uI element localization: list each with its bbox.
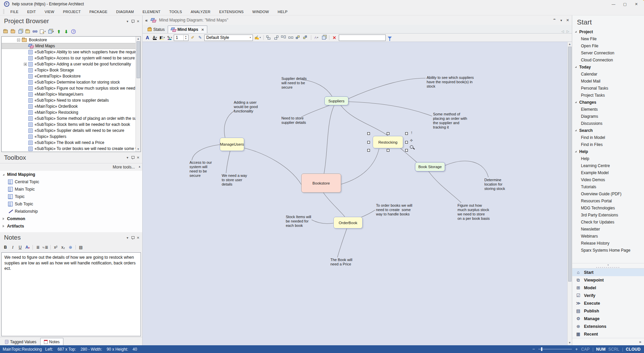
eyedropper-icon[interactable]: ✎: [197, 34, 203, 41]
move-down-button[interactable]: ⬇: [63, 28, 69, 35]
italic-button[interactable]: I: [9, 244, 16, 251]
close-pane-icon[interactable]: ✕: [137, 236, 140, 240]
menu-item-package[interactable]: PACKAGE: [85, 9, 112, 15]
zoom-element-icon[interactable]: [410, 145, 413, 149]
tree-row[interactable]: «Topic» Suppliers: [2, 134, 136, 140]
mindmap-node-bookstore[interactable]: Bookstore: [301, 173, 341, 193]
underline-button[interactable]: U: [17, 244, 23, 251]
tree-row[interactable]: «SubTopic» Access to our system will nee…: [2, 55, 136, 61]
mindmap-node-suppliers[interactable]: Suppliers: [324, 96, 348, 105]
mindmap-subtopic-adding-user[interactable]: Adding a user would be good functionalit…: [234, 100, 258, 113]
selection-handle[interactable]: [405, 149, 408, 152]
style-select[interactable]: Default Style▾: [204, 35, 253, 41]
format-painter-icon[interactable]: ✐: [190, 34, 196, 41]
pane-menu-icon[interactable]: ▾: [127, 19, 128, 23]
tree-row[interactable]: «SubTopic» Determine location for storin…: [2, 79, 136, 85]
menu-item-tools[interactable]: TOOLS: [165, 9, 186, 15]
canvas-scrollbar[interactable]: ▲ ▼: [567, 42, 572, 345]
minimize-button[interactable]: —: [608, 1, 619, 7]
fill-color-button[interactable]: ◧▾: [159, 34, 165, 41]
bring-to-front-button[interactable]: [295, 34, 302, 41]
start-item-resources-portal[interactable]: Resources Portal: [572, 197, 644, 204]
tab-nav-right-icon[interactable]: ▷: [567, 30, 569, 33]
align-left-button[interactable]: [266, 34, 272, 41]
selection-handle[interactable]: [387, 149, 389, 152]
ribbon-tab-start[interactable]: ⌂Start: [572, 268, 644, 276]
menu-item-window[interactable]: WINDOW: [248, 9, 273, 15]
align-top-button[interactable]: [280, 34, 287, 41]
new-note-button[interactable]: ▤: [77, 244, 84, 251]
mindmap-subtopic-book-price[interactable]: The Book will need a Price: [330, 258, 352, 266]
start-item-learning-centre[interactable]: Learning Centre: [572, 162, 644, 169]
start-item-cloud-connection[interactable]: Cloud Connection: [572, 56, 644, 63]
dock-tab-tagged-values[interactable]: Tagged Values: [1, 338, 40, 345]
tree-row[interactable]: «SubTopic» Supplier details will need to…: [2, 128, 136, 134]
tree-row[interactable]: Bookstore: [2, 37, 136, 43]
filter-icon[interactable]: [387, 34, 393, 41]
diagram-tab-mind-maps[interactable]: Mind Maps✕: [168, 26, 207, 33]
start-item-3rd-party-extensions[interactable]: 3rd Party Extensions: [572, 211, 644, 218]
toolbox-item-central-topic[interactable]: Central Topic: [0, 178, 142, 186]
new-package-button[interactable]: [9, 28, 16, 35]
dock-tab-notes[interactable]: Notes: [40, 338, 63, 345]
toolbox-item-main-topic[interactable]: Main Topic: [0, 186, 142, 193]
close-button[interactable]: ✕: [631, 1, 642, 7]
start-item-example-model[interactable]: Example Model: [572, 169, 644, 176]
diagram-tab-status[interactable]: Status: [145, 26, 168, 33]
send-to-back-button[interactable]: [303, 34, 309, 41]
panel-splitter[interactable]: ▾: [572, 263, 644, 268]
copy-paste-button[interactable]: ▾: [47, 28, 55, 35]
mindmap-subtopic-determine[interactable]: Determine location for storing stock: [484, 178, 505, 191]
start-item-server-connection[interactable]: Server Connection: [572, 49, 644, 56]
expand-icon[interactable]: [24, 63, 27, 66]
selection-handle[interactable]: [367, 132, 370, 135]
font-button[interactable]: A: [144, 34, 151, 41]
toolbox-item-topic[interactable]: Topic: [0, 193, 142, 200]
start-item-sparx-systems-home-page[interactable]: Sparx Systems Home Page: [572, 247, 644, 254]
ribbon-tab-model[interactable]: ⊞Model: [572, 284, 644, 292]
toolbox-item-relationship[interactable]: Relationship: [0, 208, 142, 215]
move-up-button[interactable]: ⬆: [55, 28, 62, 35]
ribbon-tab-manage[interactable]: ⚙Manage: [572, 315, 644, 322]
toolbox-group-mind-mapping[interactable]: Mind Mapping: [0, 171, 142, 178]
start-item-project-tasks[interactable]: Project Tasks: [572, 92, 644, 99]
pane-menu-icon[interactable]: ▾: [127, 236, 128, 240]
tree-row[interactable]: «MainTopic» OrderBook: [2, 103, 136, 109]
tree-row[interactable]: «Topic» Book Storage: [2, 67, 136, 73]
start-item-find-in-files[interactable]: Find in Files: [572, 141, 644, 148]
selection-handle[interactable]: [405, 141, 408, 144]
start-item-check-for-updates[interactable]: Check for Updates: [572, 218, 644, 225]
ribbon-tab-extensions[interactable]: ⊛Extensions: [572, 322, 644, 330]
menu-item-edit[interactable]: EDIT: [23, 9, 40, 15]
auto-layout-button[interactable]: ⑃▾: [313, 34, 320, 41]
start-item-model-mail[interactable]: Model Mail: [572, 78, 644, 85]
new-diagram-button[interactable]: [17, 28, 23, 35]
bullet-list-button[interactable]: ≣: [35, 244, 41, 251]
notes-editor[interactable]: We need to figure out the details of how…: [1, 252, 141, 336]
start-item-help[interactable]: Help: [572, 155, 644, 162]
pin-icon[interactable]: [131, 236, 134, 240]
menu-item-project[interactable]: PROJECT: [59, 9, 85, 15]
toolbox-group-common[interactable]: Common: [0, 215, 142, 222]
diagram-properties-button[interactable]: [321, 34, 327, 41]
start-item-personal-tasks[interactable]: Personal Tasks: [572, 85, 644, 92]
menu-item-diagram[interactable]: DIAGRAM: [112, 9, 138, 15]
tree-row[interactable]: «SubTopic» The Book will need a Price: [2, 140, 136, 146]
start-item-discussions[interactable]: Discussions: [572, 120, 644, 127]
collapse-icon[interactable]: [17, 39, 20, 42]
tree-row[interactable]: «SubTopic» Stock Items will be needed fo…: [2, 121, 136, 128]
toolbox-item-sub-topic[interactable]: Sub Topic: [0, 200, 142, 208]
diagram-filter-input[interactable]: [339, 35, 386, 41]
pane-menu-icon[interactable]: ▾: [560, 18, 562, 22]
menu-item-help[interactable]: HELP: [273, 9, 292, 15]
font-color-button[interactable]: A▾: [152, 34, 158, 41]
toolbox-group-artifacts[interactable]: Artifacts: [0, 222, 142, 230]
subscript-button[interactable]: x₂: [60, 244, 66, 251]
mindmap-node-manageusers[interactable]: ManageUsers: [220, 138, 244, 151]
new-element-button[interactable]: [24, 28, 31, 35]
start-item-video-demos[interactable]: Video Demos: [572, 176, 644, 183]
quicklink-hand-icon[interactable]: ✧: [410, 138, 413, 143]
mindmap-subtopic-need-store[interactable]: Need to store supplier details: [281, 116, 306, 125]
mindmap-subtopic-to-order[interactable]: To order books we will need to create so…: [376, 203, 412, 216]
help-button[interactable]: ?: [70, 28, 77, 35]
